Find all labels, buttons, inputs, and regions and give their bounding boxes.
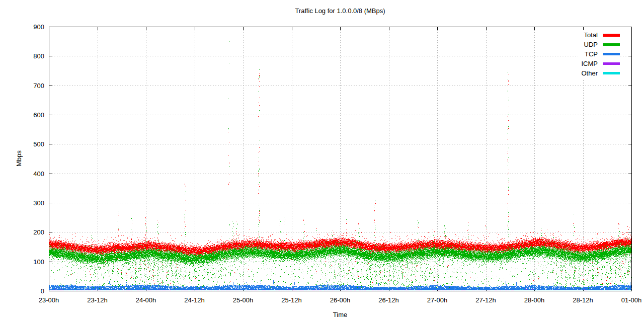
x-tick-label: 25-12h [281, 296, 301, 304]
x-tick-label: 28-12h [573, 296, 593, 304]
legend: TotalUDPTCPICMPOther [578, 30, 620, 79]
x-tick-label: 26-00h [330, 296, 350, 304]
chart-title: Traffic Log for 1.0.0.0/8 (MBps) [49, 7, 631, 15]
x-axis-label: Time [49, 311, 631, 318]
y-tick-label: 600 [33, 111, 44, 119]
x-tick-label: 25-00h [233, 296, 253, 304]
x-tick-label: 27-12h [475, 296, 496, 304]
legend-item-icmp: ICMP [581, 59, 620, 68]
y-tick-label: 300 [33, 199, 44, 207]
legend-item-other: Other [581, 68, 620, 78]
legend-line-swatch [603, 62, 620, 65]
x-tick-label: 24-12h [184, 296, 204, 304]
legend-item-tcp: TCP [581, 49, 620, 59]
y-tick-label: 500 [33, 140, 44, 148]
x-tick-label: 27-00h [427, 296, 447, 304]
y-tick-label: 100 [33, 258, 44, 265]
x-tick-label: 23-12h [87, 296, 107, 304]
x-tick-label: 23-00h [39, 296, 59, 304]
legend-label: UDP [584, 41, 598, 48]
legend-line-swatch [603, 34, 620, 37]
legend-label: Total [584, 31, 598, 39]
traffic-log-chart: Traffic Log for 1.0.0.0/8 (MBps) Mbps 01… [0, 0, 644, 322]
x-tick-label: 26-12h [378, 296, 398, 304]
y-tick-label: 900 [33, 23, 44, 31]
legend-line-swatch [603, 43, 620, 46]
y-tick-label: 400 [33, 170, 44, 177]
legend-label: Other [581, 69, 598, 77]
legend-line-swatch [603, 72, 620, 74]
legend-label: ICMP [582, 60, 598, 67]
y-axis-label: Mbps [15, 150, 23, 167]
plot-canvas [49, 27, 632, 291]
legend-line-swatch [603, 53, 620, 55]
y-tick-label: 200 [33, 228, 44, 236]
y-tick-label: 700 [33, 82, 44, 89]
x-tick-label: 28-00h [524, 296, 544, 304]
y-tick-label: 0 [41, 287, 44, 295]
legend-item-udp: UDP [581, 40, 620, 49]
x-tick-label: 24-00h [136, 296, 156, 304]
legend-label: TCP [585, 50, 598, 58]
x-tick-label: 01-00h [621, 296, 641, 304]
y-tick-label: 800 [33, 52, 44, 60]
legend-item-total: Total [581, 30, 620, 40]
